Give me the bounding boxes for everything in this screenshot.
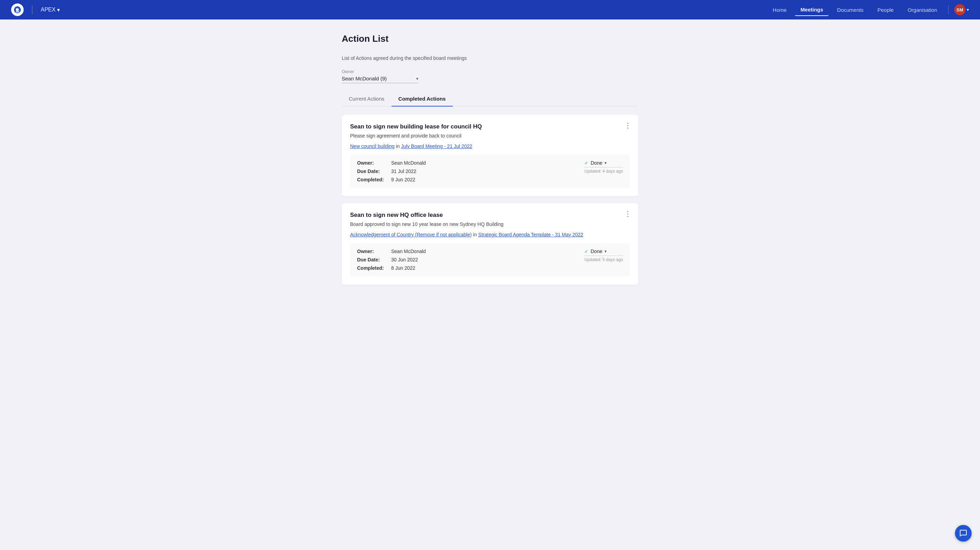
page-title: Action List <box>342 33 638 44</box>
action-1-completed-row: Completed: 9 Jun 2022 <box>357 177 426 182</box>
avatar-dropdown-arrow: ▾ <box>967 7 969 12</box>
action-2-owner-row: Owner: Sean McDonald <box>357 249 426 254</box>
action-1-status-section: ✓ Done ▾ Updated: 4 days ago <box>584 160 623 174</box>
completed-field-label-2: Completed: <box>357 265 388 271</box>
tabs: Current Actions Completed Actions <box>342 92 638 107</box>
boardpro-logo <box>11 3 24 16</box>
action-1-check-icon: ✓ <box>584 160 589 166</box>
action-1-link-in: in <box>396 143 401 149</box>
action-1-title: Sean to sign new building lease for coun… <box>350 123 630 130</box>
action-1-detail-box: Owner: Sean McDonald Due Date: 31 Jul 20… <box>350 155 630 188</box>
apex-dropdown-arrow: ▾ <box>57 6 60 13</box>
action-card-2: ⋮ Sean to sign new HQ office lease Board… <box>342 203 638 285</box>
main-nav: Home Meetings Documents People Organisat… <box>767 4 969 16</box>
action-1-meeting-link[interactable]: July Board Meeting - 21 Jul 2022 <box>401 143 472 149</box>
action-2-updated: Updated: 5 days ago <box>584 257 623 262</box>
nav-divider <box>948 5 949 14</box>
owner-value: Sean McDonald (9) <box>342 75 414 81</box>
action-1-menu[interactable]: ⋮ <box>624 122 631 129</box>
action-1-status-badge[interactable]: ✓ Done ▾ <box>584 160 623 167</box>
action-2-links: Acknowledgement of Country (Remove if no… <box>350 232 630 238</box>
action-1-fields: Owner: Sean McDonald Due Date: 31 Jul 20… <box>357 160 426 182</box>
tab-completed-actions[interactable]: Completed Actions <box>391 92 453 107</box>
action-1-owner-value: Sean McDonald <box>391 160 426 166</box>
brand-logo[interactable]: APEX ▾ <box>11 3 60 16</box>
action-2-link-in: in <box>473 232 478 238</box>
page-container: Action List List of Actions agreed durin… <box>333 19 647 306</box>
action-2-title: Sean to sign new HQ office lease <box>350 212 630 218</box>
action-2-completed-row: Completed: 8 Jun 2022 <box>357 265 426 271</box>
owner-label: Owner <box>342 69 638 74</box>
owner-dropdown[interactable]: Sean McDonald (9) ▾ <box>342 75 418 83</box>
nav-meetings[interactable]: Meetings <box>795 4 829 16</box>
owner-dropdown-arrow: ▾ <box>416 76 418 81</box>
action-2-detail-box: Owner: Sean McDonald Due Date: 30 Jun 20… <box>350 243 630 276</box>
action-1-duedate-row: Due Date: 31 Jul 2022 <box>357 169 426 174</box>
action-1-topic-link[interactable]: New council building <box>350 143 395 149</box>
owner-field-label-2: Owner: <box>357 249 388 254</box>
user-avatar-wrapper[interactable]: SM ▾ <box>954 4 969 15</box>
action-2-menu[interactable]: ⋮ <box>624 210 631 217</box>
nav-home[interactable]: Home <box>767 4 792 16</box>
nav-documents[interactable]: Documents <box>831 4 869 16</box>
action-2-status-label: Done <box>590 249 602 254</box>
nav-organisation[interactable]: Organisation <box>902 4 943 16</box>
brand-divider <box>32 5 32 14</box>
page-subtitle: List of Actions agreed during the specif… <box>342 55 638 61</box>
owner-field-label: Owner: <box>357 160 388 166</box>
owner-section: Owner Sean McDonald (9) ▾ <box>342 69 638 83</box>
action-2-duedate-value: 30 Jun 2022 <box>391 257 418 263</box>
action-card-1: ⋮ Sean to sign new building lease for co… <box>342 115 638 196</box>
action-2-status-badge[interactable]: ✓ Done ▾ <box>584 249 623 256</box>
completed-field-label: Completed: <box>357 177 388 182</box>
navbar: APEX ▾ Home Meetings Documents People Or… <box>0 0 980 19</box>
action-1-status-arrow: ▾ <box>605 161 606 165</box>
action-2-status-section: ✓ Done ▾ Updated: 5 days ago <box>584 249 623 262</box>
duedate-field-label-2: Due Date: <box>357 257 388 263</box>
action-2-duedate-row: Due Date: 30 Jun 2022 <box>357 257 426 263</box>
duedate-field-label: Due Date: <box>357 169 388 174</box>
tab-current-actions[interactable]: Current Actions <box>342 92 391 107</box>
action-1-owner-row: Owner: Sean McDonald <box>357 160 426 166</box>
action-2-topic-link[interactable]: Acknowledgement of Country (Remove if no… <box>350 232 472 238</box>
action-1-duedate-value: 31 Jul 2022 <box>391 169 416 174</box>
action-1-updated: Updated: 4 days ago <box>584 169 623 174</box>
action-2-meeting-link[interactable]: Strategic Board Agenda Template - 31 May… <box>478 232 583 238</box>
action-2-completed-value: 8 Jun 2022 <box>391 265 415 271</box>
chat-button[interactable] <box>955 525 972 542</box>
action-2-owner-value: Sean McDonald <box>391 249 426 254</box>
action-2-fields: Owner: Sean McDonald Due Date: 30 Jun 20… <box>357 249 426 271</box>
action-2-status-arrow: ▾ <box>605 249 606 254</box>
avatar: SM <box>954 4 966 15</box>
action-1-status-label: Done <box>590 160 602 166</box>
nav-people[interactable]: People <box>872 4 899 16</box>
action-2-desc: Board approved to sign new 10 year lease… <box>350 222 630 227</box>
action-1-desc: Please sign agreement and proivide back … <box>350 133 630 139</box>
action-1-completed-value: 9 Jun 2022 <box>391 177 415 182</box>
action-2-check-icon: ✓ <box>584 249 589 254</box>
apex-dropdown[interactable]: APEX ▾ <box>41 6 60 13</box>
action-1-links: New council building in July Board Meeti… <box>350 143 630 149</box>
